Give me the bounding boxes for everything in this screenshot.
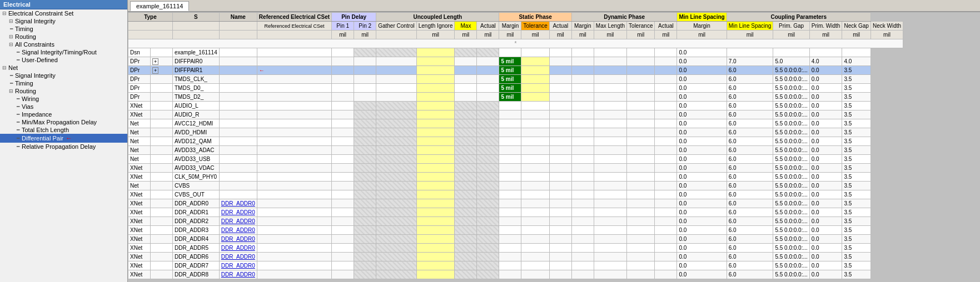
cell-primwidth: 5.5 0.0:0.0:... bbox=[773, 84, 809, 93]
sidebar-item-wiring[interactable]: ━Wiring bbox=[0, 95, 127, 103]
cell-margin2 bbox=[549, 102, 571, 110]
cell-primgap: 6.0 bbox=[727, 119, 773, 128]
table-row[interactable]: DPr + DIFFPAIR1 ← 5 mil 0.0 6.0 5.5 0.0:… bbox=[128, 66, 903, 75]
tolerance-cell bbox=[499, 110, 521, 119]
cell-maxlen bbox=[571, 217, 594, 226]
table-row[interactable]: XNet DDR_ADDR6 DDR_ADDR0 0.0 6.0 5.5 0.0… bbox=[128, 253, 903, 261]
cell-ignore bbox=[376, 155, 417, 164]
sidebar-item-minmax[interactable]: ━Min/Max Propagation Delay bbox=[0, 118, 127, 126]
cell-max bbox=[416, 75, 455, 84]
cell-neckgap: 0.0 bbox=[809, 75, 842, 84]
sidebar-item-electrical-constraint-set[interactable]: ⊟Electrical Constraint Set bbox=[0, 9, 127, 17]
sidebar-item-user-defined[interactable]: ━User-Defined bbox=[0, 56, 127, 64]
cell-type: Net bbox=[128, 182, 151, 190]
ref-link[interactable]: DDR_ADDR0 bbox=[221, 200, 255, 207]
cell-minline: 0.0 bbox=[677, 75, 727, 84]
table-row[interactable]: XNet DDR_ADDR4 DDR_ADDR0 0.0 6.0 5.5 0.0… bbox=[128, 235, 903, 244]
expand-icon[interactable]: + bbox=[152, 58, 158, 65]
cell-max bbox=[416, 102, 455, 110]
sidebar-item-timing[interactable]: ━Timing bbox=[0, 25, 127, 33]
cell-maxlen bbox=[571, 110, 594, 119]
cell-type: XNet bbox=[128, 235, 151, 244]
sidebar-item-signal-integrity-2[interactable]: ━Signal Integrity bbox=[0, 72, 127, 79]
cell-margin bbox=[477, 119, 499, 128]
spreadsheet-wrapper[interactable]: Type S Name Referenced Electrical CSet P… bbox=[128, 12, 980, 282]
table-row[interactable]: XNet DDR_ADDR2 DDR_ADDR0 0.0 6.0 5.5 0.0… bbox=[128, 217, 903, 226]
sidebar-item-all-constraints[interactable]: ⊟All Constraints bbox=[0, 41, 127, 48]
cell-primgap: 6.0 bbox=[727, 110, 773, 119]
cell-minline: 0.0 bbox=[677, 226, 727, 235]
cell-actual3 bbox=[627, 137, 655, 146]
sidebar-item-routing-1[interactable]: ⊟Routing bbox=[0, 33, 127, 41]
ref-link[interactable]: DDR_ADDR0 bbox=[221, 254, 255, 260]
sidebar-item-signal-integrity-1[interactable]: ⊟Signal Integrity bbox=[0, 17, 127, 25]
ref-link[interactable]: DDR_ADDR0 bbox=[221, 263, 255, 269]
ref-link[interactable]: DDR_ADDR0 bbox=[221, 245, 255, 251]
sidebar-item-total-etch[interactable]: ━Total Etch Length bbox=[0, 126, 127, 134]
table-row[interactable]: XNet AVDD33_VDAC 0.0 6.0 5.5 0.0:0.0:...… bbox=[128, 164, 903, 173]
cell-ignore bbox=[376, 217, 417, 226]
static-act-cell bbox=[521, 75, 549, 84]
cell-primgap: 6.0 bbox=[727, 190, 773, 199]
cell-margin3 bbox=[655, 155, 677, 164]
ref-link[interactable]: DDR_ADDR0 bbox=[221, 271, 255, 278]
cell-neckgap: 0.0 bbox=[809, 66, 842, 75]
cell-primgap: 6.0 bbox=[727, 128, 773, 137]
sidebar-item-impedance[interactable]: ━Impedance bbox=[0, 110, 127, 118]
table-row[interactable]: XNet DDR_ADDR3 DDR_ADDR0 0.0 6.0 5.5 0.0… bbox=[128, 226, 903, 235]
tab-main[interactable]: example_161114 bbox=[130, 1, 189, 11]
col-pin1-units: mil bbox=[332, 31, 354, 39]
cell-neckgap: 0.0 bbox=[809, 119, 842, 128]
cell-primgap: 6.0 bbox=[727, 66, 773, 75]
table-row[interactable]: XNet DDR_ADDR8 DDR_ADDR0 0.0 6.0 5.5 0.0… bbox=[128, 270, 903, 279]
cell-margin bbox=[477, 128, 499, 137]
sidebar-item-label: Impedance bbox=[22, 111, 52, 118]
cell-actual3 bbox=[627, 199, 655, 208]
cell-margin bbox=[477, 244, 499, 253]
col-name-header bbox=[219, 22, 257, 31]
sidebar-item-routing-2[interactable]: ⊟Routing bbox=[0, 87, 127, 95]
expand-icon[interactable]: + bbox=[152, 67, 158, 74]
table-row[interactable]: XNet DDR_ADDR0 DDR_ADDR0 0.0 6.0 5.5 0.0… bbox=[128, 199, 903, 208]
ref-link[interactable]: DDR_ADDR0 bbox=[221, 209, 255, 215]
table-row[interactable]: Dsn example_161114 0.0 bbox=[128, 48, 903, 57]
table-row[interactable]: XNet AUDIO_R 0.0 6.0 5.5 0.0:0.0:... 0.0… bbox=[128, 110, 903, 119]
table-row[interactable]: DPr TMDS_CLK_ 5 mil 0.0 6.0 5.5 0.0:0.0:… bbox=[128, 75, 903, 84]
table-row[interactable]: Net AVDD33_ADAC 0.0 6.0 5.5 0.0:0.0:... … bbox=[128, 146, 903, 155]
cell-primwidth: 5.5 0.0:0.0:... bbox=[773, 182, 809, 190]
table-row[interactable]: XNet CVBS_OUT 0.0 6.0 5.5 0.0:0.0:... 0.… bbox=[128, 190, 903, 199]
table-row[interactable]: DPr TMDS_D0_ 5 mil 0.0 6.0 5.5 0.0:0.0:.… bbox=[128, 84, 903, 93]
col-primgap-units: mil bbox=[773, 31, 809, 39]
cell-minline: 0.0 bbox=[677, 66, 727, 75]
cell-margin bbox=[477, 102, 499, 110]
table-row[interactable]: DPr TMDS_D2_ 5 mil 0.0 6.0 5.5 0.0:0.0:.… bbox=[128, 93, 903, 102]
table-row[interactable]: XNet DDR_ADDR7 DDR_ADDR0 0.0 6.0 5.5 0.0… bbox=[128, 261, 903, 270]
table-row[interactable]: Net CVBS 0.0 6.0 5.5 0.0:0.0:... 0.0 3.5 bbox=[128, 182, 903, 190]
sidebar-item-signal-integrity-timing[interactable]: ━Signal Integrity/Timing/Rout bbox=[0, 48, 127, 56]
table-row[interactable]: Net AVDD_HDMI 0.0 6.0 5.5 0.0:0.0:... 0.… bbox=[128, 128, 903, 137]
ref-link[interactable]: DDR_ADDR0 bbox=[221, 218, 255, 224]
table-row[interactable]: XNet AUDIO_L 0.0 6.0 5.5 0.0:0.0:... 0.0… bbox=[128, 102, 903, 110]
ref-link[interactable]: DDR_ADDR0 bbox=[221, 236, 255, 242]
static-act-cell bbox=[521, 226, 549, 235]
sidebar-item-timing-2[interactable]: ━Timing bbox=[0, 79, 127, 87]
expand-icon: ⊟ bbox=[8, 18, 14, 24]
sidebar-item-relative-prop[interactable]: ━Relative Propagation Delay bbox=[0, 143, 127, 150]
cell-name: AVCC12_HDMI bbox=[173, 119, 220, 128]
table-row[interactable]: XNet DDR_ADDR1 DDR_ADDR0 0.0 6.0 5.5 0.0… bbox=[128, 208, 903, 217]
sidebar-item-vias[interactable]: ━Vias bbox=[0, 103, 127, 110]
table-row[interactable]: Net AVCC12_HDMI 0.0 6.0 5.5 0.0:0.0:... … bbox=[128, 119, 903, 128]
table-row[interactable]: XNet CLK_50M_PHY0 0.0 6.0 5.5 0.0:0.0:..… bbox=[128, 173, 903, 182]
table-row[interactable]: Net AVDD33_USB 0.0 6.0 5.5 0.0:0.0:... 0… bbox=[128, 155, 903, 164]
col-margin2-units: mil bbox=[571, 31, 594, 39]
table-row[interactable]: Net AVDD12_QAM 0.0 6.0 5.5 0.0:0.0:... 0… bbox=[128, 137, 903, 146]
cell-actual3 bbox=[627, 146, 655, 155]
ref-link[interactable]: DDR_ADDR0 bbox=[221, 227, 255, 233]
cell-minline: 0.0 bbox=[677, 199, 727, 208]
sidebar-item-net[interactable]: ⊟Net bbox=[0, 64, 127, 72]
sidebar-item-diff-pair[interactable]: ━Differential Pair← bbox=[0, 134, 127, 143]
table-row[interactable]: XNet DDR_ADDR5 DDR_ADDR0 0.0 6.0 5.5 0.0… bbox=[128, 244, 903, 253]
cell-max bbox=[416, 182, 455, 190]
cell-actual3 bbox=[627, 270, 655, 279]
table-row[interactable]: DPr + DIFFPAIR0 5 mil 0.0 7.0 5.0 4.0 4.… bbox=[128, 57, 903, 66]
